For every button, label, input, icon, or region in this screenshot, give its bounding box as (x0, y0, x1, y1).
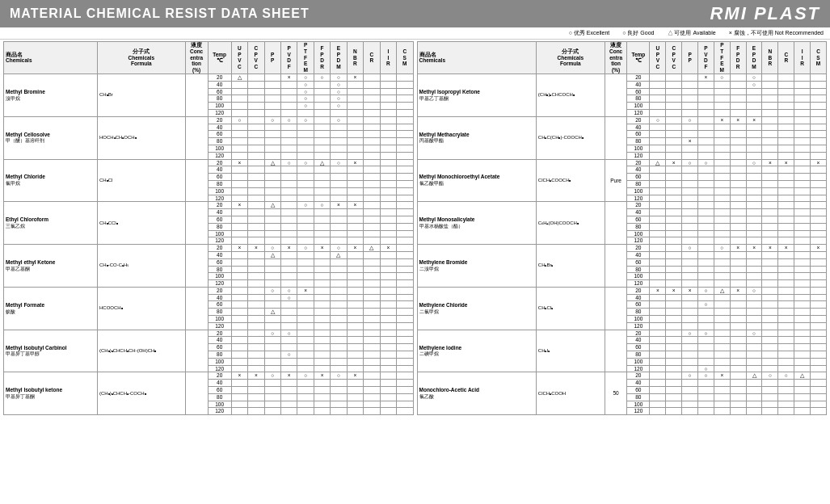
data-cell-upvc (231, 393, 247, 401)
data-cell-pp (682, 401, 698, 408)
data-cell-cpvc (248, 237, 264, 245)
data-cell-csm (811, 88, 827, 95)
data-cell-cr (778, 266, 794, 273)
data-cell-nbr (762, 309, 778, 316)
data-cell-ptfem (297, 330, 314, 337)
data-cell-ptfem (297, 166, 314, 174)
data-cell-epdm (331, 337, 347, 344)
data-cell-cr (778, 103, 794, 110)
data-cell-upvc (231, 316, 247, 323)
data-cell-epdm (331, 187, 347, 195)
data-cell-upvc (650, 380, 666, 387)
data-cell-iir (794, 202, 811, 209)
data-cell-pvdf (698, 393, 714, 401)
data-cell-epdm (746, 230, 762, 237)
data-cell-csm (811, 408, 827, 415)
data-cell-ptfem (714, 103, 730, 110)
data-cell-epdm (331, 344, 347, 351)
data-cell-pp (264, 337, 280, 344)
data-cell-cr (778, 251, 794, 258)
data-cell-cr (364, 124, 380, 131)
data-cell-cr (778, 202, 794, 209)
data-cell-fpdr: △ (314, 159, 330, 166)
data-cell-iir (380, 195, 396, 202)
data-cell-iir (794, 380, 811, 387)
data-cell-nbr (762, 124, 778, 131)
temp-value: 80 (208, 351, 231, 359)
data-cell-pp (682, 351, 698, 359)
right-col-epdm-header: EPDM (746, 42, 762, 74)
data-cell-iir (380, 124, 396, 131)
data-cell-epdm: ○ (746, 159, 762, 166)
data-cell-pvdf (280, 81, 297, 88)
temp-value: 100 (627, 316, 650, 323)
data-cell-epdm (746, 401, 762, 408)
data-cell-upvc (650, 81, 666, 88)
data-cell-fpdr (314, 301, 330, 309)
data-cell-csm: × (811, 159, 827, 166)
data-cell-pvdf (698, 316, 714, 323)
data-cell-cr (364, 81, 380, 88)
data-cell-pvdf (280, 195, 297, 202)
data-cell-nbr (762, 195, 778, 202)
data-cell-csm (397, 351, 414, 359)
data-cell-cpvc (248, 152, 264, 159)
data-cell-cr (778, 180, 794, 187)
data-cell-fpdr (314, 287, 330, 294)
data-cell-iir (380, 81, 396, 88)
data-cell-csm (397, 322, 414, 330)
data-cell-fpdr (730, 174, 746, 181)
data-cell-nbr (347, 301, 363, 309)
temp-value: 20 (208, 74, 231, 81)
data-cell-nbr: × (347, 372, 363, 380)
data-cell-fpdr (314, 258, 330, 266)
data-cell-pvdf: ○ (280, 287, 297, 294)
temp-value: 80 (627, 180, 650, 187)
data-cell-csm (397, 187, 414, 195)
temp-value: 100 (627, 358, 650, 365)
data-cell-ptfem (297, 344, 314, 351)
data-cell-pp (264, 88, 280, 95)
data-cell-iir (794, 301, 811, 309)
data-cell-csm (397, 223, 414, 230)
data-cell-epdm (746, 88, 762, 95)
data-cell-pp (682, 209, 698, 216)
data-cell-iir (794, 109, 811, 116)
data-cell-iir (794, 81, 811, 88)
data-cell-fpdr (730, 316, 746, 323)
data-cell-fpdr (730, 103, 746, 110)
data-cell-iir (794, 245, 811, 252)
data-cell-pvdf (280, 401, 297, 408)
data-cell-cpvc (248, 223, 264, 230)
data-cell-ptfem (714, 309, 730, 316)
data-cell-pp (264, 294, 280, 301)
data-cell-cr (364, 351, 380, 359)
data-cell-fpdr (314, 365, 330, 372)
data-cell-iir (794, 195, 811, 202)
data-cell-csm (811, 358, 827, 365)
data-cell-upvc (231, 337, 247, 344)
data-cell-pp (264, 258, 280, 266)
data-cell-fpdr (314, 216, 330, 223)
data-cell-epdm (331, 322, 347, 330)
data-cell-csm (811, 124, 827, 131)
data-cell-nbr (762, 358, 778, 365)
chemical-formula: CH₂I₂ (536, 330, 605, 372)
data-cell-upvc (231, 166, 247, 174)
data-cell-csm (811, 152, 827, 159)
data-cell-pvdf (698, 358, 714, 365)
data-cell-cr (364, 258, 380, 266)
data-cell-ptfem (297, 337, 314, 344)
data-cell-epdm (331, 365, 347, 372)
temp-value: 20 (208, 116, 231, 124)
data-cell-cr (364, 145, 380, 152)
data-cell-cr (778, 109, 794, 116)
data-cell-ptfem (297, 316, 314, 323)
data-cell-cr (778, 408, 794, 415)
data-cell-cr (778, 337, 794, 344)
data-cell-cr (364, 138, 380, 145)
data-cell-nbr (347, 387, 363, 394)
data-cell-iir (794, 166, 811, 174)
data-cell-iir (380, 159, 396, 166)
temp-value: 100 (208, 401, 231, 408)
